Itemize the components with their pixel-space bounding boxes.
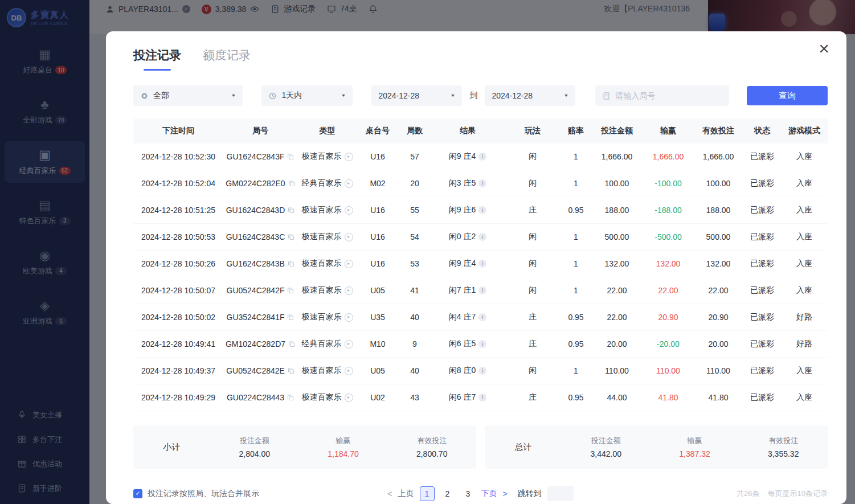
cell-round-count: 41 xyxy=(398,286,431,295)
cell-table-no: U16 xyxy=(357,259,398,268)
cell-round-id: GU0524C2842F xyxy=(223,286,297,295)
play-icon[interactable]: ▸ xyxy=(345,233,353,241)
next-page-button[interactable]: 下页 xyxy=(481,489,497,499)
cell-status: 已派彩 xyxy=(743,339,781,349)
search-button[interactable]: 查询 xyxy=(747,86,828,105)
cell-table-no: M02 xyxy=(357,179,398,188)
info-icon[interactable]: i xyxy=(478,233,486,241)
copy-icon[interactable] xyxy=(288,233,294,240)
merge-toggle-group: ✓ 投注记录按照局、玩法合并展示 xyxy=(133,489,387,499)
play-icon[interactable]: ▸ xyxy=(345,206,353,215)
chevron-down-icon: ▼ xyxy=(341,93,346,98)
col-header-result: 结果 xyxy=(431,126,504,136)
tab-bet-records[interactable]: 投注记录 xyxy=(133,47,181,71)
subtotal-win-loss: 输赢 1,184.70 xyxy=(299,436,388,458)
cell-play-type: 闲 xyxy=(504,366,561,376)
cell-play-type: 闲 xyxy=(504,178,561,189)
cell-bet-time: 2024-12-28 10:52:04 xyxy=(133,179,223,188)
page-button-2[interactable]: 2 xyxy=(440,486,455,501)
info-icon[interactable]: i xyxy=(478,260,486,268)
round-id-search-field[interactable] xyxy=(595,85,729,106)
copy-icon[interactable] xyxy=(288,207,294,214)
close-icon[interactable]: × xyxy=(819,39,829,58)
merge-checkbox[interactable]: ✓ xyxy=(133,489,142,498)
cell-valid-bet: 500.00 xyxy=(693,232,743,241)
table-row: 2024-12-28 10:50:26 GU1624C2843B 极速百家乐▸ … xyxy=(133,251,828,277)
cell-game-type: 极速百家乐▸ xyxy=(297,259,357,269)
table-row: 2024-12-28 10:50:02 GU3524C2841F 极速百家乐▸ … xyxy=(133,304,828,331)
info-icon[interactable]: i xyxy=(478,153,486,161)
cell-game-mode: 好路 xyxy=(781,312,828,322)
table-row: 2024-12-28 10:52:30 GU1624C2843F 极速百家乐▸ … xyxy=(133,144,828,170)
copy-icon[interactable] xyxy=(288,180,295,187)
info-icon[interactable]: i xyxy=(478,313,486,321)
play-icon[interactable]: ▸ xyxy=(345,313,353,322)
cell-table-no: U16 xyxy=(357,232,398,241)
info-icon[interactable]: i xyxy=(478,340,486,348)
info-icon[interactable]: i xyxy=(478,179,486,187)
copy-icon[interactable] xyxy=(288,341,295,347)
cell-odds: 0.95 xyxy=(561,339,591,349)
cell-table-no: U35 xyxy=(357,313,398,322)
cell-odds: 1 xyxy=(561,232,591,241)
cell-win-loss: 110.00 xyxy=(643,366,693,375)
next-arrow-icon[interactable]: > xyxy=(503,489,508,498)
play-icon[interactable]: ▸ xyxy=(345,179,353,188)
cell-odds: 1 xyxy=(561,179,591,188)
tab-quota-records[interactable]: 额度记录 xyxy=(203,47,251,71)
cell-result: 闲9 庄4i xyxy=(431,151,504,162)
cell-result: 闲7 庄1i xyxy=(431,285,504,296)
info-icon[interactable]: i xyxy=(478,394,486,401)
play-icon[interactable]: ▸ xyxy=(345,153,353,161)
table-row: 2024-12-28 10:49:41 GM1024C282D7 经典百家乐▸ … xyxy=(133,331,828,358)
cell-result: 闲8 庄0i xyxy=(431,366,504,376)
copy-icon[interactable] xyxy=(287,394,294,401)
cell-play-type: 闲 xyxy=(504,232,561,242)
cell-play-type: 闲 xyxy=(504,151,561,162)
info-icon[interactable]: i xyxy=(478,206,486,214)
jump-page-input[interactable] xyxy=(547,486,574,501)
jump-to-label: 跳转到 xyxy=(518,489,542,499)
category-dropdown[interactable]: 全部 ▼ xyxy=(133,85,243,106)
cell-bet-amount: 188.00 xyxy=(591,206,643,215)
cell-valid-bet: 20.90 xyxy=(693,313,743,322)
summary-section: 小计 投注金额 2,804.00 输赢 1,184.70 有效投注 2,800.… xyxy=(133,425,828,469)
cell-bet-amount: 1,666.00 xyxy=(591,152,643,161)
cell-valid-bet: 110.00 xyxy=(693,366,743,375)
col-header-game-mode: 游戏模式 xyxy=(781,126,828,136)
time-range-dropdown[interactable]: 1天内 ▼ xyxy=(261,85,353,106)
cell-round-count: 40 xyxy=(398,366,431,375)
copy-icon[interactable] xyxy=(287,314,294,321)
play-icon[interactable]: ▸ xyxy=(345,286,353,295)
total-label: 总计 xyxy=(485,442,562,453)
date-to-value: 2024-12-28 xyxy=(492,91,533,100)
play-icon[interactable]: ▸ xyxy=(345,394,353,402)
page-button-3[interactable]: 3 xyxy=(461,486,476,501)
filter-bar: 全部 ▼ 1天内 ▼ 2024-12-28 ▼ 到 2024-12-28 ▼ 查… xyxy=(133,85,828,106)
cell-status: 已派彩 xyxy=(743,285,781,296)
date-from-picker[interactable]: 2024-12-28 ▼ xyxy=(371,85,462,106)
cell-odds: 1 xyxy=(561,286,591,295)
play-icon[interactable]: ▸ xyxy=(345,340,353,349)
prev-arrow-icon[interactable]: < xyxy=(387,489,392,498)
copy-icon[interactable] xyxy=(288,260,294,267)
table-row: 2024-12-28 10:52:04 GM0224C282E0 经典百家乐▸ … xyxy=(133,170,828,197)
round-id-input[interactable] xyxy=(615,91,722,100)
date-to-picker[interactable]: 2024-12-28 ▼ xyxy=(485,85,575,106)
copy-icon[interactable] xyxy=(288,367,294,374)
info-icon[interactable]: i xyxy=(478,286,486,294)
category-icon xyxy=(140,92,149,100)
play-icon[interactable]: ▸ xyxy=(345,367,353,375)
cell-odds: 0.95 xyxy=(561,206,591,215)
play-icon[interactable]: ▸ xyxy=(345,260,353,268)
cell-odds: 0.95 xyxy=(561,313,591,322)
cell-valid-bet: 100.00 xyxy=(693,179,743,188)
prev-page-button[interactable]: 上页 xyxy=(398,489,414,499)
cell-odds: 0.95 xyxy=(561,393,591,402)
cell-win-loss: -20.00 xyxy=(643,339,693,349)
cell-table-no: U02 xyxy=(357,393,398,402)
copy-icon[interactable] xyxy=(287,153,294,160)
info-icon[interactable]: i xyxy=(478,367,486,375)
page-button-1[interactable]: 1 xyxy=(420,486,435,501)
copy-icon[interactable] xyxy=(287,287,294,294)
